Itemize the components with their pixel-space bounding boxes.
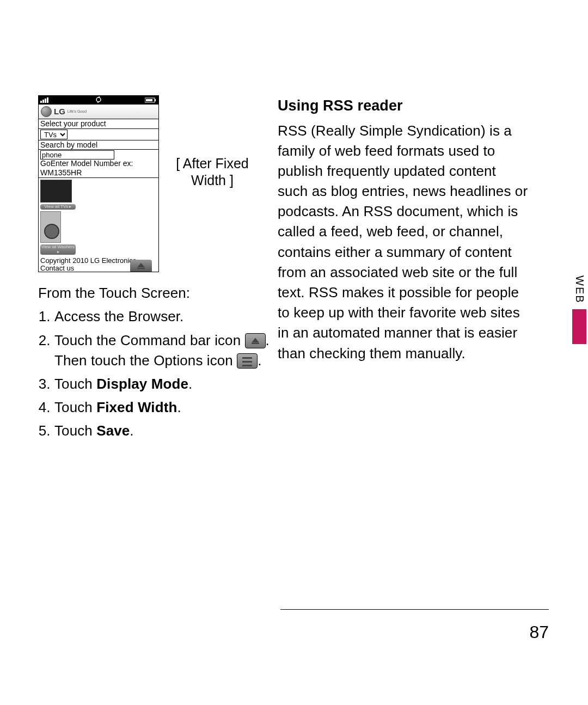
instructions-list: Access the Browser. Touch the Command ba…	[38, 306, 278, 441]
step-3: Touch Display Mode.	[54, 374, 278, 394]
lg-tagline: Life's Good	[68, 109, 87, 113]
washer-thumbnail	[40, 211, 61, 243]
options-icon	[237, 353, 258, 369]
svg-rect-2	[45, 99, 46, 103]
svg-rect-9	[137, 268, 145, 269]
phone-statusbar	[39, 96, 158, 105]
step-2: Touch the Command bar icon . Then touch …	[54, 330, 278, 371]
command-bar-icon	[245, 333, 266, 348]
svg-rect-0	[40, 101, 42, 103]
select-product-row: TVs	[39, 129, 158, 140]
phone-header: LG Life's Good	[39, 105, 158, 119]
battery-icon	[145, 97, 157, 103]
rss-heading: Using RSS reader	[278, 95, 528, 117]
step-1: Access the Browser.	[54, 306, 278, 327]
instructions-intro: From the Touch Screen:	[38, 283, 278, 303]
phone-screenshot: LG Life's Good Select your product TVs S…	[38, 95, 159, 272]
page-number: 87	[529, 622, 549, 642]
svg-rect-1	[42, 100, 44, 103]
footer-rule	[280, 609, 549, 610]
step-4: Touch Fixed Width.	[54, 397, 278, 418]
view-all-tvs-chip[interactable]: View all TVs ▸	[40, 204, 76, 210]
svg-point-4	[96, 97, 101, 102]
product-select[interactable]: TVs	[40, 130, 68, 139]
lg-logo-icon	[41, 106, 52, 117]
search-input-row	[39, 150, 158, 160]
rss-paragraph: RSS (Really Simple Syndication) is a fam…	[278, 121, 528, 364]
phone-footer: Copyright 2010 LG Electronics. Contact u…	[39, 256, 158, 272]
svg-rect-3	[47, 97, 48, 103]
view-all-washers-chip[interactable]: View all Washers ▸	[40, 244, 76, 255]
command-bar-tab[interactable]	[130, 260, 152, 272]
svg-rect-6	[155, 99, 156, 101]
tv-thumbnail	[40, 180, 72, 203]
model-hint-a: GoEnter Model Number ex:	[39, 160, 158, 168]
section-tab-bar	[572, 309, 586, 344]
signal-icon	[40, 97, 52, 103]
select-product-label: Select your product	[39, 119, 158, 129]
svg-rect-7	[146, 99, 152, 101]
section-tab: WEB	[571, 275, 588, 344]
model-hint-b: WM1355HR	[39, 168, 158, 178]
model-search-input[interactable]	[40, 150, 114, 160]
search-model-label: Search by model	[39, 140, 158, 150]
step-5: Touch Save.	[54, 421, 278, 441]
sync-icon	[95, 96, 102, 105]
section-tab-label: WEB	[573, 275, 586, 307]
screenshot-caption: [ After Fixed Width ]	[174, 155, 250, 189]
svg-marker-8	[137, 263, 145, 267]
lg-logo-text: LG	[54, 107, 65, 116]
